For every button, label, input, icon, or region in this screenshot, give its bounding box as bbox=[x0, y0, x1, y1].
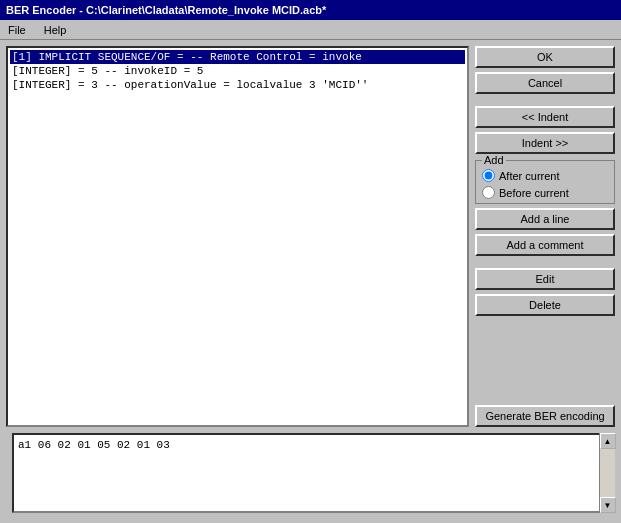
generate-button[interactable]: Generate BER encoding bbox=[475, 405, 615, 427]
title-text: BER Encoder - C:\Clarinet\Cladata\Remote… bbox=[6, 4, 326, 16]
status-text: a1 06 02 01 05 02 01 03 bbox=[18, 439, 170, 451]
code-line[interactable]: [1] IMPLICIT SEQUENCE/OF = -- Remote Con… bbox=[10, 50, 465, 64]
cancel-button[interactable]: Cancel bbox=[475, 72, 615, 94]
delete-button[interactable]: Delete bbox=[475, 294, 615, 316]
code-editor[interactable]: [1] IMPLICIT SEQUENCE/OF = -- Remote Con… bbox=[6, 46, 469, 427]
indent-left-button[interactable]: << Indent bbox=[475, 106, 615, 128]
add-comment-button[interactable]: Add a comment bbox=[475, 234, 615, 256]
title-bar: BER Encoder - C:\Clarinet\Cladata\Remote… bbox=[0, 0, 621, 20]
right-panel: OK Cancel << Indent Indent >> Add After … bbox=[475, 46, 615, 427]
after-current-label: After current bbox=[499, 170, 560, 182]
after-current-radio-label[interactable]: After current bbox=[482, 169, 608, 182]
menu-bar: File Help bbox=[0, 20, 621, 40]
code-line[interactable]: [INTEGER] = 3 -- operationValue = localv… bbox=[10, 78, 465, 92]
add-line-button[interactable]: Add a line bbox=[475, 208, 615, 230]
scroll-up-button[interactable]: ▲ bbox=[600, 433, 616, 449]
menu-help[interactable]: Help bbox=[40, 23, 71, 37]
indent-right-button[interactable]: Indent >> bbox=[475, 132, 615, 154]
scroll-track[interactable] bbox=[600, 449, 615, 497]
scrollbar-vertical: ▲ ▼ bbox=[599, 433, 615, 513]
menu-file[interactable]: File bbox=[4, 23, 30, 37]
before-current-radio[interactable] bbox=[482, 186, 495, 199]
main-content: [1] IMPLICIT SEQUENCE/OF = -- Remote Con… bbox=[0, 40, 621, 433]
edit-button[interactable]: Edit bbox=[475, 268, 615, 290]
status-area: a1 06 02 01 05 02 01 03 bbox=[12, 433, 609, 513]
before-current-radio-label[interactable]: Before current bbox=[482, 186, 608, 199]
scroll-down-button[interactable]: ▼ bbox=[600, 497, 616, 513]
after-current-radio[interactable] bbox=[482, 169, 495, 182]
code-line[interactable]: [INTEGER] = 5 -- invokeID = 5 bbox=[10, 64, 465, 78]
ok-button[interactable]: OK bbox=[475, 46, 615, 68]
add-group-title: Add bbox=[482, 154, 506, 166]
before-current-label: Before current bbox=[499, 187, 569, 199]
add-group: Add After current Before current bbox=[475, 160, 615, 204]
